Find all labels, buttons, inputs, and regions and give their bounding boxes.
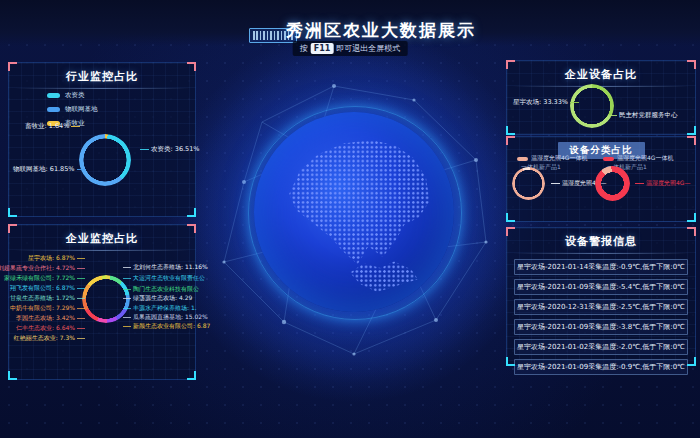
callout-text: 星宇农场: 33.33%	[513, 98, 568, 107]
callout-iot-base: 物联网基地: 61.85%	[13, 165, 86, 174]
callout-agri-supplies: 农资类: 36.51%	[140, 145, 200, 154]
leader-line	[71, 126, 80, 127]
callout-text: 红艳丽生态农业: 7.3%	[14, 334, 85, 341]
callout-text: 农资类: 36.51%	[151, 145, 200, 154]
callout-text: 绿荡源生态农场: 4.29	[123, 294, 192, 301]
legend-item[interactable]: 温湿度光照4G一体机	[517, 154, 587, 163]
alert-row: 星宇农场-2021-01-09采集温度:-0.9℃,低于下限:0℃	[514, 359, 688, 375]
page-title: 秀洲区农业大数据展示	[286, 19, 476, 42]
panel-title-equipment: 企业设备占比	[507, 61, 695, 82]
leader-line	[608, 115, 617, 116]
callout-text: 瓜果蔬园直播基地: 15.02%	[123, 313, 208, 320]
leader-line	[635, 183, 644, 184]
legend-swatch	[603, 157, 614, 161]
panel-enterprise-monitor: 企业监控占比 星宇农场: 6.87% 刘超果蔬专业合作社: 4.72% 家绿禾绿…	[8, 224, 196, 380]
callout-text: 陶门生态农业科技有限公	[123, 285, 199, 292]
callout-text: 中奶牛有限公司: 7.29%	[10, 304, 85, 311]
title-underline	[15, 88, 189, 89]
leader-line	[140, 149, 149, 150]
fullscreen-hint: 按 F11 即可退出全屏模式	[293, 41, 408, 56]
industry-donut-chart[interactable]	[79, 134, 131, 186]
callout-text: 翔飞发有限公司: 6.87%	[10, 284, 85, 291]
title-underline	[15, 250, 189, 251]
leader-line	[551, 183, 560, 184]
callout-text: 民主村党群服务中心	[619, 111, 678, 120]
alert-row: 星宇农场-2021-01-09采集温度:-5.4℃,低于下限:0℃	[514, 279, 688, 295]
globe-islands	[350, 260, 418, 292]
panel-title-industry: 行业监控占比	[9, 63, 195, 84]
alert-row: 星宇农场-2021-01-02采集温度:-2.0℃,低于下限:0℃	[514, 339, 688, 355]
alert-row: 星宇农场-2021-01-09采集温度:-3.8℃,低于下限:0℃	[514, 319, 688, 335]
callout-text: 星宇农场: 6.87%	[28, 254, 85, 261]
callout-text: 北刘何生态养殖场: 11.16%	[123, 263, 208, 270]
legend-item[interactable]: 温湿度光照4G一体机	[603, 154, 673, 163]
device-category-donut-right[interactable]	[595, 166, 630, 201]
callout-device-right: 温湿度光照4G—	[635, 179, 690, 188]
callout-text: 物联网基地: 61.85%	[13, 165, 75, 174]
callout-text: 家绿禾绿有限公司: 7.72%	[4, 274, 85, 281]
callout-text: 温湿度光照4G—	[646, 179, 690, 188]
alert-row: 星宇农场-2020-12-31采集温度:-2.5℃,低于下限:0℃	[514, 299, 688, 315]
legend-label: 温湿度光照4G一体机	[531, 154, 587, 163]
legend-swatch	[517, 157, 528, 161]
panel-title-alerts: 设备警报信息	[507, 228, 695, 249]
panel-title-enterprise: 企业监控占比	[9, 225, 195, 246]
callout-text: 新颜生态农业有限公司: 6.87	[123, 322, 210, 329]
legend-item[interactable]: 物联网基地	[47, 105, 98, 114]
dashboard: 秀洲区农业大数据展示 按 F11 即可退出全屏模式 行业监控占比 农资类 物联网…	[0, 0, 700, 438]
legend-swatch	[47, 107, 60, 112]
f11-key-badge: F11	[311, 43, 334, 54]
hint-prefix: 按	[300, 43, 308, 54]
legend-swatch	[47, 93, 60, 98]
alert-list: 星宇农场-2021-01-14采集温度:-0.9℃,低于下限:0℃ 星宇农场-2…	[507, 254, 695, 375]
device-category-donut-left[interactable]	[512, 167, 545, 200]
alert-row: 星宇农场-2021-01-14采集温度:-0.9℃,低于下限:0℃	[514, 259, 688, 275]
legend-label: 物联网基地	[65, 105, 98, 114]
panel-device-alerts: 设备警报信息 星宇农场-2021-01-14采集温度:-0.9℃,低于下限:0℃…	[506, 227, 696, 366]
callout-text: 仁丰生态农业: 6.64%	[16, 324, 85, 331]
callout-text: 大运河生态牧业有限责任公	[123, 274, 205, 281]
callout-text: 畜牧业: 1.64%	[25, 122, 69, 131]
globe	[254, 112, 454, 312]
callout-text: 丰源水产种保养殖场: 1.	[123, 304, 197, 311]
callout-livestock: 畜牧业: 1.64%	[25, 122, 80, 131]
leader-line	[570, 102, 579, 103]
callout-service-center: 民主村党群服务中心	[608, 111, 678, 120]
callout-text: 李园生态农场: 3.42%	[16, 314, 85, 321]
hint-suffix: 即可退出全屏模式	[336, 43, 400, 54]
legend-label: 温湿度光照4G一体机	[617, 154, 673, 163]
leader-line	[77, 169, 86, 170]
callout-xingyu-farm: 星宇农场: 33.33%	[513, 98, 579, 107]
header-bar: 秀洲区农业大数据展示	[0, 0, 700, 46]
panel-equipment-ratio: 企业设备占比 星宇农场: 33.33% 民主村党群服务中心	[506, 60, 696, 135]
legend-label: 农资类	[65, 91, 85, 100]
legend-item[interactable]: 农资类	[47, 91, 98, 100]
callout-text: 甘泉生态养殖场: 1.72%	[10, 294, 85, 301]
panel-device-category: 设备分类占比 温湿度光照4G一体机 一体机新产品1 温湿度光照4G— 温湿度光照…	[506, 136, 696, 222]
callout-text: 刘超果蔬专业合作社: 4.72%	[0, 264, 85, 271]
panel-industry-monitor: 行业监控占比 农资类 物联网基地 畜牧业 畜牧业: 1.64% 农资类: 36.…	[8, 62, 196, 217]
